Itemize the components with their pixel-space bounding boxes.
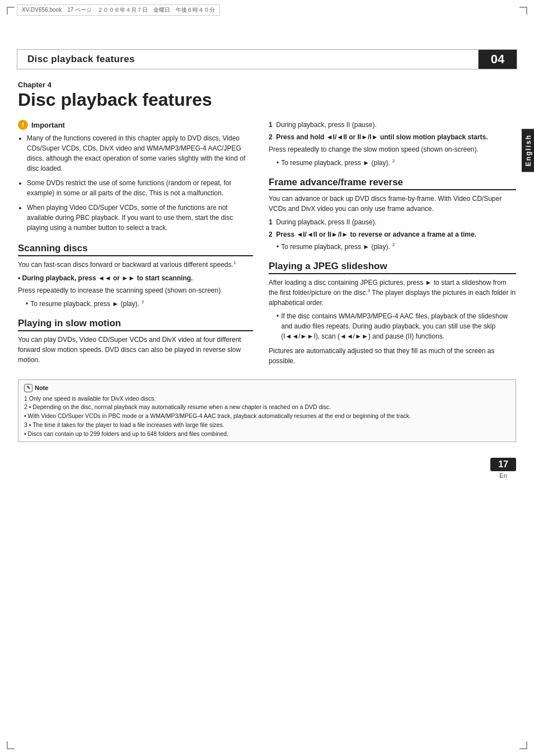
corner-br — [519, 741, 527, 749]
important-label: Important — [31, 121, 65, 129]
note-title: ✎ Note — [24, 383, 510, 393]
frame-advance-title: Frame advance/frame reverse — [269, 177, 516, 190]
main-content: Chapter 4 Disc playback features ! Impor… — [18, 69, 516, 442]
left-column: ! Important Many of the functions covere… — [18, 120, 253, 369]
scanning-step-body: Press repeatedly to increase the scannin… — [18, 285, 253, 295]
note-item-3: • With Video CD/Super VCDs in PBC mode o… — [24, 412, 510, 421]
jpeg-slideshow-bullet: If the disc contains WMA/MP3/MPEG-4 AAC … — [277, 311, 516, 341]
slow-step2: 2 Press and hold ◄I/◄II or II►/I► until … — [269, 132, 516, 142]
scanning-step-bold: • During playback, press ◄◄ or ►► to sta… — [18, 273, 253, 283]
slow-step1: 1 During playback, press II (pause). — [269, 120, 516, 130]
two-col-layout: ! Important Many of the functions covere… — [18, 120, 516, 369]
frame-advance-body: You can advance or back up DVD discs fra… — [269, 194, 516, 214]
note-item-5: • Discs can contain up to 299 folders an… — [24, 430, 510, 439]
page-number-area: 17 En — [490, 458, 516, 479]
chapter-badge: 04 — [479, 50, 517, 69]
page-footer: 17 En — [0, 453, 534, 483]
important-icon: ! — [18, 120, 28, 130]
frame-advance-bullet: To resume playback, press ► (play).2 — [277, 242, 516, 252]
scanning-title: Scanning discs — [18, 243, 253, 256]
frame-step1: 1 During playback, press II (pause). — [269, 217, 516, 227]
scanning-bullet-footnote: 2 — [142, 299, 144, 309]
slow-motion-bullet: To resume playback, press ► (play).2 — [277, 158, 516, 168]
scanning-footnote: 1 — [233, 260, 236, 265]
jpeg-slideshow-body1: After loading a disc containing JPEG pic… — [269, 278, 516, 308]
right-column: 1 During playback, press II (pause). 2 P… — [269, 120, 516, 369]
chapter-label: Chapter 4 — [18, 81, 516, 89]
important-list: Many of the functions covered in this ch… — [18, 133, 253, 233]
jpeg-slideshow-body2: Pictures are automatically adjusted so t… — [269, 346, 516, 366]
slow-step2-body: Press repeatedly to change the slow moti… — [269, 144, 516, 154]
jpeg-slideshow-title: Playing a JPEG slideshow — [269, 261, 516, 274]
slow-motion-title: Playing in slow motion — [18, 318, 253, 331]
important-item-1: Many of the functions covered in this ch… — [27, 133, 253, 173]
slow-motion-bullet-footnote: 2 — [392, 158, 395, 168]
note-item-2: 2 • Depending on the disc, normal playba… — [24, 403, 510, 412]
note-item-1: 1 Only one speed is available for DivX v… — [24, 395, 510, 403]
header-title: Disc playback features — [27, 54, 135, 65]
frame-advance-bullet-footnote: 2 — [392, 242, 395, 252]
important-item-3: When playing Video CD/Super VCDs, some o… — [27, 203, 253, 233]
important-box: ! Important Many of the functions covere… — [18, 120, 253, 233]
important-title: ! Important — [18, 120, 253, 130]
scanning-body: You can fast-scan discs forward or backw… — [18, 260, 253, 270]
english-tab: English — [522, 129, 534, 172]
page-number-badge: 17 — [490, 458, 516, 471]
note-item-4: 3 • The time it takes for the player to … — [24, 421, 510, 430]
note-label: Note — [35, 383, 48, 393]
important-item-2: Some DVDs restrict the use of some funct… — [27, 178, 253, 198]
corner-tr — [519, 7, 527, 15]
note-box: ✎ Note 1 Only one speed is available for… — [18, 379, 516, 442]
slow-motion-body: You can play DVDs, Video CD/Super VCDs a… — [18, 335, 253, 365]
corner-tl — [7, 7, 15, 15]
chapter-title: Disc playback features — [18, 90, 516, 110]
scanning-bullet: To resume playback, press ► (play).2 — [26, 299, 253, 309]
page-lang: En — [490, 472, 516, 479]
note-icon: ✎ — [24, 384, 32, 392]
jp-header: XV-DV656.book 17 ページ ２００６年４月７日 金曜日 午後６時４… — [17, 4, 220, 16]
header-title-area: Disc playback features — [17, 50, 479, 69]
header-bar: Disc playback features 04 — [17, 49, 517, 69]
frame-step2: 2 Press ◄I/◄II or II►/I► to reverse or a… — [269, 229, 516, 240]
corner-bl — [7, 741, 15, 749]
